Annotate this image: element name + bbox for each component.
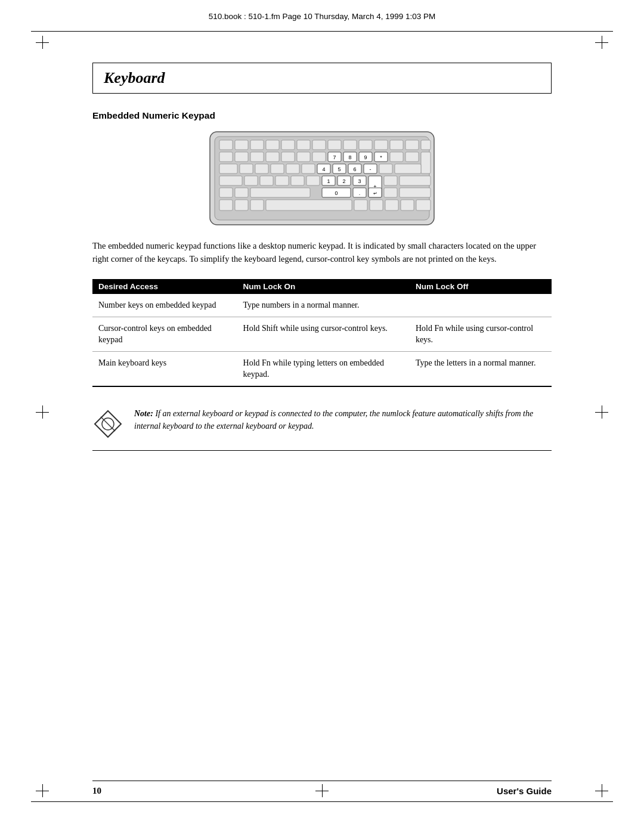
note-section: Note: If an external keyboard or keypad … [92,401,552,451]
note-text: Note: If an external keyboard or keypad … [134,407,552,432]
svg-rect-5 [266,140,279,150]
svg-text:1: 1 [327,178,330,184]
svg-rect-19 [266,152,279,162]
bottom-border-line [31,801,613,802]
crosshair-top-right [595,36,608,49]
svg-rect-81 [354,200,367,210]
svg-rect-33 [421,152,431,174]
svg-rect-12 [374,140,388,150]
svg-rect-10 [343,140,357,150]
body-paragraph: The embedded numeric keypad functions li… [92,239,552,266]
svg-text:3: 3 [358,178,361,184]
crosshair-top-left [36,36,49,49]
svg-rect-85 [416,200,431,210]
svg-rect-52 [260,176,273,185]
crosshair-bottom-right [595,784,608,797]
svg-rect-38 [286,164,299,174]
svg-rect-49 [395,164,421,174]
svg-rect-11 [359,140,372,150]
svg-rect-75 [384,188,397,197]
svg-line-88 [101,417,115,431]
svg-rect-50 [219,176,242,185]
svg-rect-13 [390,140,403,150]
page-footer: 10 User's Guide [92,781,552,796]
table-cell-access-3: Main keyboard keys [92,351,237,386]
svg-rect-16 [219,152,233,162]
table-cell-access-1: Number keys on embedded keypad [92,294,237,317]
svg-rect-20 [281,152,295,162]
svg-rect-39 [302,164,315,174]
svg-rect-77 [219,200,233,210]
svg-rect-84 [401,200,414,210]
svg-rect-35 [240,164,253,174]
svg-rect-4 [250,140,264,150]
svg-rect-78 [235,200,248,210]
svg-rect-53 [275,176,289,185]
svg-rect-21 [297,152,310,162]
table-header-desired-access: Desired Access [92,279,237,294]
svg-rect-15 [421,140,431,150]
note-label: Note: [134,409,153,418]
note-icon [92,408,123,442]
table-cell-numlockoff-2: Hold Fn while using cursor-control keys. [410,317,552,351]
table-cell-numlockoff-1 [410,294,552,317]
svg-rect-68 [250,188,310,197]
svg-rect-9 [328,140,341,150]
svg-rect-3 [235,140,248,150]
header-text: 510.book : 510-1.fm Page 10 Thursday, Ma… [209,12,436,21]
svg-rect-65 [400,176,431,185]
svg-rect-18 [250,152,264,162]
footer-guide-title: User's Guide [497,786,552,796]
svg-rect-37 [271,164,284,174]
svg-rect-2 [219,140,233,150]
page-title: Keyboard [104,69,540,87]
crosshair-mid-left [36,405,49,419]
svg-rect-7 [297,140,310,150]
table-row: Main keyboard keys Hold Fn while typing … [92,351,552,386]
title-box: Keyboard [92,63,552,94]
svg-text:↵: ↵ [373,191,377,196]
svg-rect-51 [244,176,258,185]
table-row: Number keys on embedded keypad Type numb… [92,294,552,317]
table-cell-numlockon-1: Type numbers in a normal manner. [237,294,410,317]
svg-text:-: - [370,166,371,172]
svg-text:0: 0 [335,190,338,196]
crosshair-bottom-left [36,784,49,797]
footer-page-number: 10 [92,786,101,796]
keyboard-illustration-container: 7 8 9 * 4 5 6 - [92,131,552,226]
svg-rect-66 [219,188,233,197]
svg-rect-83 [385,200,398,210]
svg-text:2: 2 [342,178,345,184]
table-row: Cursor-control keys on embedded keypad H… [92,317,552,351]
crosshair-mid-right [595,405,608,419]
svg-rect-6 [281,140,295,150]
table-cell-access-2: Cursor-control keys on embedded keypad [92,317,237,351]
svg-rect-80 [266,200,352,210]
svg-text:8: 8 [348,154,351,160]
access-table: Desired Access Num Lock On Num Lock Off … [92,279,552,387]
svg-text:9: 9 [364,154,367,160]
svg-rect-79 [250,200,264,210]
svg-rect-17 [235,152,248,162]
svg-rect-67 [235,188,248,197]
top-border-line [31,31,613,32]
section-heading: Embedded Numeric Keypad [92,110,552,121]
table-header-num-lock-off: Num Lock Off [410,279,552,294]
svg-rect-22 [312,152,326,162]
table-header-num-lock-on: Num Lock On [237,279,410,294]
svg-rect-55 [306,176,320,185]
svg-rect-54 [291,176,304,185]
main-content: Keyboard Embedded Numeric Keypad [92,63,552,457]
table-cell-numlockon-2: Hold Shift while using cursor-control ke… [237,317,410,351]
svg-text:7: 7 [333,154,336,160]
svg-rect-82 [370,200,383,210]
svg-text:4: 4 [322,166,325,172]
svg-rect-14 [405,140,419,150]
svg-rect-36 [255,164,268,174]
table-cell-numlockoff-3: Type the letters in a normal manner. [410,351,552,386]
svg-rect-34 [219,164,237,174]
svg-rect-64 [384,176,397,185]
svg-rect-31 [390,152,403,162]
page-header: 510.book : 510-1.fm Page 10 Thursday, Ma… [0,12,644,21]
note-body: If an external keyboard or keypad is con… [134,409,533,431]
